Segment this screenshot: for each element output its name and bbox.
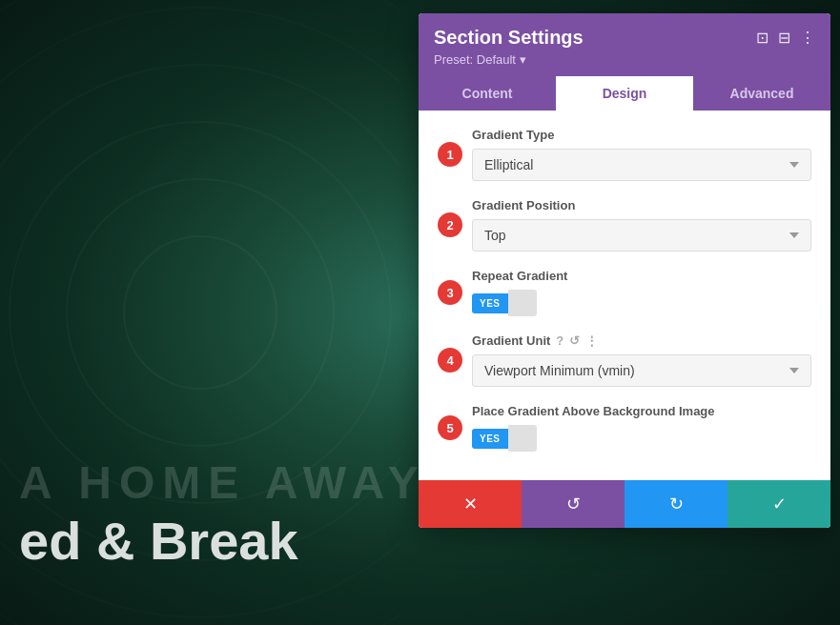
gradient-unit-container: Gradient Unit ? ↺ ⋮ Viewport Minimum (vm… — [472, 333, 811, 387]
svg-point-0 — [124, 236, 277, 389]
repeat-gradient-label: Repeat Gradient — [472, 269, 811, 283]
repeat-gradient-field: 3 Repeat Gradient YES — [472, 269, 811, 316]
toggle-off-area[interactable] — [508, 290, 537, 316]
gradient-position-label: Gradient Position — [472, 198, 811, 212]
step-5-badge: 5 — [438, 415, 462, 440]
panel-footer: ✕ ↺ ↻ ✓ — [419, 480, 830, 528]
place-gradient-label: Place Gradient Above Background Image — [472, 404, 811, 418]
gradient-position-container: Gradient Position Top Bottom Left Right … — [472, 198, 811, 252]
preset-label: Preset: Default — [434, 52, 516, 67]
redo-button[interactable]: ↻ — [625, 480, 727, 528]
panel-body: 1 Gradient Type Elliptical Linear Conica… — [419, 111, 830, 480]
repeat-gradient-container: Repeat Gradient YES — [472, 269, 811, 316]
gradient-type-container: Gradient Type Elliptical Linear Conical — [472, 128, 811, 181]
gradient-type-label: Gradient Type — [472, 128, 811, 142]
svg-point-1 — [67, 179, 334, 446]
place-gradient-container: Place Gradient Above Background Image YE… — [472, 404, 811, 452]
repeat-gradient-toggle[interactable]: YES — [472, 290, 811, 316]
gradient-unit-field: 4 Gradient Unit ? ↺ ⋮ Viewport Minimum (… — [472, 333, 811, 387]
step-2-badge: 2 — [438, 212, 462, 237]
save-button[interactable]: ✓ — [727, 480, 830, 528]
place-gradient-field: 5 Place Gradient Above Background Image … — [472, 404, 811, 452]
split-view-icon[interactable]: ⊟ — [778, 29, 790, 47]
tab-content[interactable]: Content — [419, 76, 556, 111]
place-gradient-toggle[interactable]: YES — [472, 425, 811, 452]
place-gradient-yes-label[interactable]: YES — [472, 429, 508, 449]
cancel-button[interactable]: ✕ — [419, 480, 522, 528]
undo-button[interactable]: ↺ — [522, 480, 625, 528]
help-icon[interactable]: ? — [556, 333, 563, 348]
gradient-unit-select[interactable]: Viewport Minimum (vmin) px % em rem vw v… — [472, 354, 811, 387]
cancel-icon: ✕ — [463, 494, 478, 514]
redo-icon: ↻ — [669, 494, 684, 514]
gradient-position-field: 2 Gradient Position Top Bottom Left Righ… — [472, 198, 811, 252]
step-4-badge: 4 — [438, 348, 462, 373]
panel-title: Section Settings — [434, 27, 584, 49]
panel-tabs: Content Design Advanced — [419, 76, 830, 111]
gradient-position-select[interactable]: Top Bottom Left Right Center — [472, 219, 811, 252]
preset-selector[interactable]: Preset: Default ▾ — [434, 52, 815, 67]
gradient-unit-label: Gradient Unit ? ↺ ⋮ — [472, 333, 811, 348]
undo-icon: ↺ — [566, 494, 581, 514]
fullscreen-icon[interactable]: ⊡ — [756, 29, 768, 47]
bg-text-line2: ed & Break — [19, 514, 298, 568]
header-icons: ⊡ ⊟ ⋮ — [756, 29, 815, 47]
tab-design[interactable]: Design — [556, 76, 693, 111]
more-options-icon[interactable]: ⋮ — [800, 29, 815, 47]
preset-arrow: ▾ — [520, 52, 526, 67]
save-icon: ✓ — [772, 494, 787, 514]
gradient-type-select[interactable]: Elliptical Linear Conical — [472, 149, 811, 181]
tab-advanced[interactable]: Advanced — [693, 76, 830, 111]
step-3-badge: 3 — [438, 280, 462, 305]
step-1-badge: 1 — [438, 142, 462, 167]
reset-icon[interactable]: ↺ — [569, 333, 580, 348]
toggle-yes-label[interactable]: YES — [472, 293, 508, 313]
more-icon[interactable]: ⋮ — [585, 333, 598, 348]
place-gradient-off-area[interactable] — [508, 425, 537, 452]
gradient-type-field: 1 Gradient Type Elliptical Linear Conica… — [472, 128, 811, 181]
panel-header: Section Settings ⊡ ⊟ ⋮ Preset: Default ▾ — [419, 13, 830, 76]
section-settings-panel: Section Settings ⊡ ⊟ ⋮ Preset: Default ▾… — [419, 13, 830, 528]
